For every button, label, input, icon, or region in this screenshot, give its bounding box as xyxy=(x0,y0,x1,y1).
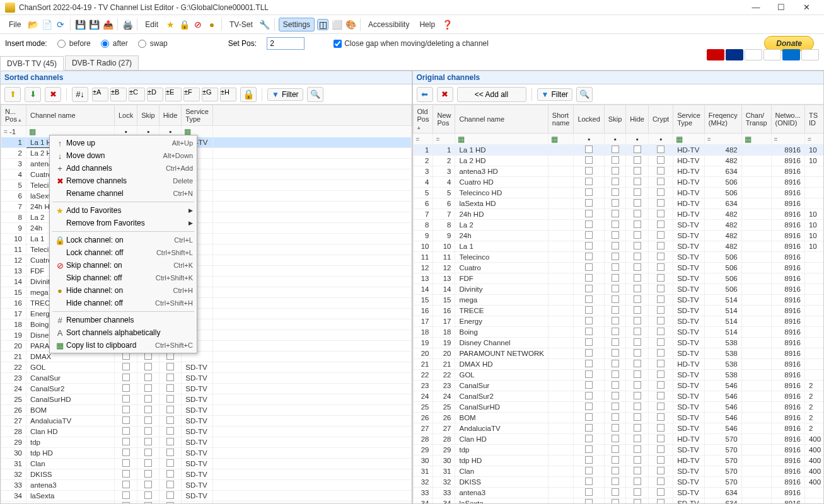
table-row[interactable]: 2020PARAMOUNT NETWORKSD-TV5388916 xyxy=(413,348,823,359)
table-row[interactable]: 3434laSextaSD-TV6348916 xyxy=(413,498,823,504)
tvset-icon[interactable]: 🔧 xyxy=(259,19,270,30)
table-row[interactable]: 44Cuatro HDHD-TV5068916 xyxy=(413,177,823,188)
ctx-hide-channel-on[interactable]: ●Hide channel: onCtrl+H xyxy=(51,284,195,297)
layout2-icon[interactable]: ⬜ xyxy=(331,19,342,30)
remove-button[interactable]: ✖ xyxy=(45,87,61,102)
help-icon[interactable]: ❓ xyxy=(441,19,453,30)
ctx-move-down[interactable]: ↓Move downAlt+Down xyxy=(51,149,195,162)
col-lock[interactable]: Lock xyxy=(115,105,137,126)
table-row[interactable]: 31ClanSD-TV xyxy=(1,459,412,469)
table-row[interactable]: 2929tdpSD-TV5708916400 xyxy=(413,445,823,455)
favorite-icon[interactable]: ★ xyxy=(165,19,176,30)
renumber-button[interactable]: #↓ xyxy=(72,87,88,102)
menu-accessibility[interactable]: Accessibility xyxy=(364,18,413,31)
closegap-checkbox[interactable]: Close gap when moving/deleting a channel xyxy=(334,39,489,48)
col-crypt[interactable]: Crypt xyxy=(648,105,673,134)
table-row[interactable]: 2121DMAX HDHD-TV5388916 xyxy=(413,359,823,370)
maximize-button[interactable]: ☐ xyxy=(769,0,794,15)
col-tsid[interactable]: TS ID xyxy=(804,105,823,134)
filter-button[interactable]: ▼Filter xyxy=(267,88,303,101)
table-row[interactable]: 1010La 1SD-TV482891610 xyxy=(413,241,823,252)
table-row[interactable]: 55Telecinco HDHD-TV5068916 xyxy=(413,188,823,198)
table-row[interactable]: 1515megaSD-TV5148916 xyxy=(413,295,823,306)
table-row[interactable]: 9924hSD-TV482891610 xyxy=(413,231,823,241)
lock-icon[interactable]: 🔒 xyxy=(178,19,190,30)
col-hide[interactable]: Hide xyxy=(159,105,182,126)
table-row[interactable]: 33antena3SD-TV xyxy=(1,480,412,491)
table-row[interactable]: 24CanalSur2SD-TV xyxy=(1,384,412,394)
fav-button-±E[interactable]: ±E xyxy=(165,88,182,101)
remove-orig-button[interactable]: ✖ xyxy=(437,87,453,102)
table-row[interactable]: 3232DKISSSD-TV5708916400 xyxy=(413,477,823,488)
fav-button-±C[interactable]: ±C xyxy=(129,88,145,101)
table-row[interactable]: 88La 2SD-TV482891610 xyxy=(413,220,823,231)
close-button[interactable]: ✕ xyxy=(794,0,819,15)
table-row[interactable]: 1414DivinitySD-TV5068916 xyxy=(413,284,823,295)
table-row[interactable]: 2222GOLSD-TV5388916 xyxy=(413,370,823,381)
table-row[interactable]: 35neoxSD-TV xyxy=(1,501,412,504)
fav-button-±H[interactable]: ±H xyxy=(220,88,236,101)
col-newpos[interactable]: N... Pos xyxy=(1,105,26,126)
table-row[interactable]: 2323CanalSurSD-TV54689162 xyxy=(413,381,823,391)
minimize-button[interactable]: — xyxy=(743,0,769,15)
table-row[interactable]: 1212CuatroSD-TV5068916 xyxy=(413,263,823,273)
menu-file[interactable]: File xyxy=(5,18,25,31)
hide-icon[interactable]: ● xyxy=(206,19,218,30)
menu-settings[interactable]: Settings xyxy=(279,18,315,32)
ctx-add-to-favorites[interactable]: ★Add to Favorites▶ xyxy=(51,204,195,217)
fav-button-±D[interactable]: ±D xyxy=(147,88,163,101)
col-svc[interactable]: Service Type xyxy=(182,105,213,126)
ctx-skip-channel-off[interactable]: Skip channel: offCtrl+Shift+K xyxy=(51,272,195,284)
table-row[interactable]: 22La 2 HDHD-TV482891610 xyxy=(413,156,823,166)
table-row[interactable]: 28Clan HDSD-TV xyxy=(1,427,412,437)
ctx-skip-channel-on[interactable]: ⊘Skip channel: onCtrl+K xyxy=(51,259,195,272)
table-row[interactable]: 1919Disney ChannelSD-TV5388916 xyxy=(413,338,823,348)
ctx-renumber-channels[interactable]: #Renumber channels xyxy=(51,314,195,326)
save-icon[interactable]: 💾 xyxy=(74,19,86,30)
table-row[interactable]: 27AndaluciaTVSD-TV xyxy=(1,416,412,427)
col-short[interactable]: Short name xyxy=(548,105,574,134)
ctx-hide-channel-off[interactable]: Hide channel: offCtrl+Shift+H xyxy=(51,297,195,309)
table-row[interactable]: 66laSexta HDHD-TV6348916 xyxy=(413,198,823,209)
col-newpos-r[interactable]: New Pos xyxy=(433,105,455,134)
col-locked[interactable]: Locked xyxy=(574,105,604,134)
original-grid[interactable]: Old Pos New Pos Channel name Short name … xyxy=(413,105,824,503)
table-row[interactable]: 7724h HDHD-TV482891610 xyxy=(413,209,823,220)
col-skip-r[interactable]: Skip xyxy=(604,105,625,134)
skip-icon[interactable]: ⊘ xyxy=(192,19,204,30)
table-row[interactable]: 30tdp HDSD-TV xyxy=(1,448,412,459)
ctx-copy-list-to-clipboard[interactable]: ▦Copy list to clipboardCtrl+Shift+C xyxy=(51,339,195,352)
radio-after[interactable]: after xyxy=(101,39,128,48)
col-skip[interactable]: Skip xyxy=(137,105,159,126)
fav-button-±A[interactable]: ±A xyxy=(92,88,108,101)
ctx-sort-channels-alphabetically[interactable]: ASort channels alphabetically xyxy=(51,326,195,339)
reload-icon[interactable]: ⟳ xyxy=(55,19,66,30)
setpos-input[interactable] xyxy=(267,37,305,50)
table-row[interactable]: 32DKISSSD-TV xyxy=(1,469,412,480)
table-row[interactable]: 2525CanalSurHDSD-TV54689162 xyxy=(413,402,823,413)
table-row[interactable]: 3333antena3SD-TV6348916 xyxy=(413,488,823,498)
export-icon[interactable]: 📤 xyxy=(102,19,113,30)
col-svc-r[interactable]: Service Type xyxy=(673,105,705,134)
move-up-button[interactable]: ⬆ xyxy=(4,87,21,102)
table-row[interactable]: 26BOMSD-TV xyxy=(1,405,412,416)
col-name[interactable]: Channel name xyxy=(26,105,115,126)
ctx-lock-channel-off[interactable]: Lock channel: offCtrl+Shift+L xyxy=(51,246,195,259)
layout-icon[interactable]: ◫ xyxy=(317,19,328,30)
open-icon[interactable]: 📂 xyxy=(27,19,38,30)
radio-before[interactable]: before xyxy=(57,39,91,48)
menu-help[interactable]: Help xyxy=(415,18,439,31)
filter-button-right[interactable]: ▼Filter xyxy=(537,88,573,101)
move-down-button[interactable]: ⬇ xyxy=(25,87,41,102)
saveas-icon[interactable]: 💾 xyxy=(88,19,100,30)
new-icon[interactable]: 📄 xyxy=(41,19,52,30)
table-row[interactable]: 29tdpSD-TV xyxy=(1,437,412,448)
table-row[interactable]: 2626BOMSD-TV54689162 xyxy=(413,413,823,423)
tab-dvbt-radio[interactable]: DVB-T Radio (27) xyxy=(65,55,139,70)
col-hide-r[interactable]: Hide xyxy=(626,105,649,134)
table-row[interactable]: 34laSextaSD-TV xyxy=(1,491,412,501)
ctx-rename-channel[interactable]: Rename channelCtrl+N xyxy=(51,187,195,200)
col-chan[interactable]: Chan/ Transp xyxy=(741,105,771,134)
palette-icon[interactable]: 🎨 xyxy=(345,19,356,30)
fav-button-±B[interactable]: ±B xyxy=(110,88,127,101)
